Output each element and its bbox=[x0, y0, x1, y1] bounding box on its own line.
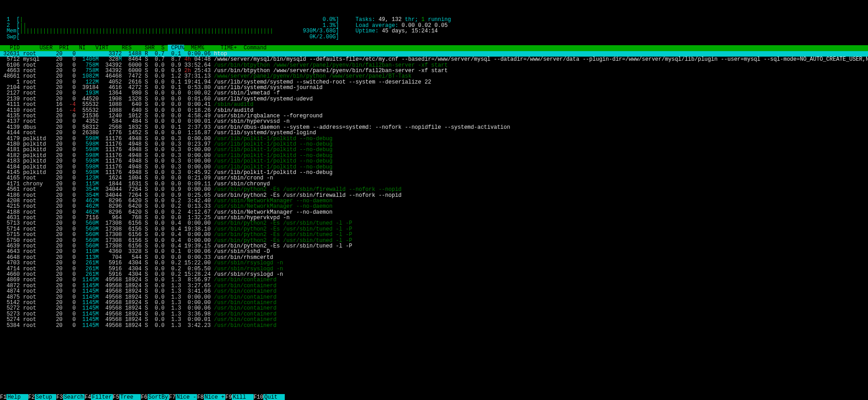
process-row[interactable]: 5713 root 20 0 560M 17308 6156 S 0.0 0.4… bbox=[0, 221, 868, 226]
fkey-F6[interactable]: F6 bbox=[141, 394, 147, 400]
fkey-F4[interactable]: F4 bbox=[85, 394, 91, 400]
column-header[interactable]: PID USER PRI NI VIRT RES SHR S CPU% MEM%… bbox=[0, 45, 868, 51]
process-row[interactable]: 5715 root 20 0 560M 17308 6156 S 0.0 0.4… bbox=[0, 232, 868, 237]
fkey-F10[interactable]: F10 bbox=[254, 394, 264, 400]
fkey-F2[interactable]: F2 bbox=[28, 394, 35, 400]
process-row[interactable]: 4561 root 20 0 354M 34044 7264 S 0.0 0.9… bbox=[0, 187, 868, 192]
process-row[interactable]: 4165 root 20 0 123M 1624 1004 S 0.0 0.0 … bbox=[0, 175, 868, 181]
process-row[interactable]: 5274 root 20 0 1145M 49568 18924 S 0.0 1… bbox=[0, 317, 868, 322]
process-row[interactable]: 4869 root 20 0 1145M 49568 18924 S 0.0 1… bbox=[0, 277, 868, 283]
fkey-F8[interactable]: F8 bbox=[197, 394, 203, 400]
swp-label: Swp bbox=[6, 34, 16, 40]
process-row[interactable]: 4703 root 20 0 261M 5916 4304 S 0.0 0.2 … bbox=[0, 260, 868, 266]
htop-main: 1 [| 0.0%] Tasks: 49, 132 thr; 1 running… bbox=[0, 17, 868, 400]
fkey-F3[interactable]: F3 bbox=[56, 394, 63, 400]
process-row[interactable]: 4643 root 20 0 110M 4360 3328 S 0.0 0.1 … bbox=[0, 249, 868, 254]
process-row[interactable]: 5272 root 20 0 1145M 49568 18924 S 0.0 1… bbox=[0, 305, 868, 311]
process-row[interactable]: 5384 root 20 0 1145M 49568 18924 S 0.0 1… bbox=[0, 323, 868, 328]
process-row[interactable]: 4181 polkitd 20 0 598M 11176 4948 S 0.0 … bbox=[0, 147, 868, 153]
process-row[interactable]: 48661 root 20 0 1082M 46468 7472 S 0.0 1… bbox=[0, 74, 868, 79]
process-row[interactable]: 4183 polkitd 20 0 598M 11176 4948 S 0.0 … bbox=[0, 158, 868, 164]
function-key-bar: F1Help F2Setup F3SearchF4FilterF5Tree F6… bbox=[0, 395, 868, 400]
fkey-F1[interactable]: F1 bbox=[0, 394, 6, 400]
fkey-F7[interactable]: F7 bbox=[169, 394, 176, 400]
process-row[interactable]: 4874 root 20 0 1145M 49568 18924 S 0.0 1… bbox=[0, 289, 868, 294]
process-row[interactable]: 4215 root 20 0 462M 8296 6420 S 0.0 0.2 … bbox=[0, 204, 868, 209]
process-row[interactable]: 4111 root 16 -4 55532 1088 640 S 0.0 0.0… bbox=[0, 102, 868, 107]
fkey-F5[interactable]: F5 bbox=[113, 394, 119, 400]
fkey-F9[interactable]: F9 bbox=[225, 394, 232, 400]
process-row[interactable]: 4144 root 20 0 26380 1776 1452 S 0.0 0.0… bbox=[0, 130, 868, 136]
uptime-label: Uptime: bbox=[356, 28, 382, 34]
